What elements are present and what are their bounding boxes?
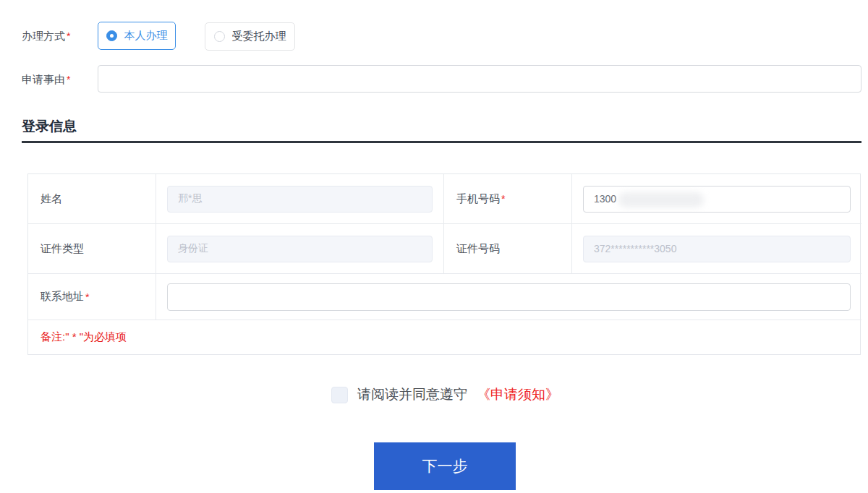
section-title: 登录信息: [22, 117, 77, 136]
id-number-input-cell: 372***********3050: [572, 224, 861, 274]
name-label-cell: 姓名: [28, 174, 156, 224]
phone-label: 手机号码: [456, 192, 500, 206]
radio-checked-icon: [106, 30, 117, 41]
id-number-label-cell: 证件号码: [444, 224, 572, 274]
login-info-table: 姓名 邢*思 手机号码* 1300 证件类型 身份证 证件号码: [27, 173, 861, 355]
method-required-mark: *: [67, 30, 70, 42]
agreement-text: 请阅读并同意遵守: [357, 385, 467, 404]
method-label-text: 办理方式: [22, 30, 65, 42]
phone-redaction-smudge: [618, 192, 704, 207]
method-option-delegate[interactable]: 受委托办理: [205, 22, 295, 51]
method-label: 办理方式*: [22, 30, 70, 43]
required-note: 备注:" * "为必填项: [28, 320, 861, 354]
reason-label: 申请事由*: [22, 73, 70, 87]
id-number-value: 372***********3050: [594, 243, 676, 254]
address-input[interactable]: [167, 283, 851, 311]
address-required-mark: *: [85, 291, 89, 303]
phone-input-cell: 1300: [572, 174, 861, 224]
radio-unchecked-icon: [214, 31, 225, 42]
next-step-button[interactable]: 下一步: [374, 442, 516, 490]
id-type-input: 身份证: [167, 236, 433, 262]
section-title-underline: [22, 141, 861, 143]
name-value: 邢*思: [178, 192, 202, 205]
method-option-delegate-label: 受委托办理: [232, 30, 286, 43]
id-type-label: 证件类型: [41, 242, 84, 256]
radio-dot: [110, 34, 114, 38]
phone-label-cell: 手机号码*: [444, 174, 572, 224]
application-form-page: 办理方式* 本人办理 受委托办理 申请事由* 登录信息 姓名 邢*思 手机号码*…: [0, 0, 868, 493]
name-input-cell: 邢*思: [156, 174, 444, 224]
reason-required-mark: *: [67, 74, 70, 85]
id-number-input: 372***********3050: [583, 236, 851, 262]
method-option-self-label: 本人办理: [124, 29, 168, 43]
address-input-cell: [156, 274, 861, 320]
address-label: 联系地址: [41, 290, 84, 304]
phone-input[interactable]: 1300: [583, 186, 851, 213]
reason-input[interactable]: [98, 65, 861, 93]
method-option-self[interactable]: 本人办理: [98, 22, 176, 50]
phone-required-mark: *: [501, 193, 505, 205]
id-type-input-cell: 身份证: [156, 224, 444, 274]
phone-value: 1300: [594, 193, 616, 205]
id-type-label-cell: 证件类型: [28, 224, 156, 274]
agreement-row: 请阅读并同意遵守 《申请须知》: [331, 385, 559, 404]
name-label: 姓名: [41, 192, 62, 206]
reason-label-text: 申请事由: [22, 73, 65, 85]
agreement-checkbox[interactable]: [331, 387, 348, 403]
name-input: 邢*思: [167, 186, 433, 213]
required-note-text: 备注:" * "为必填项: [41, 330, 127, 344]
id-type-value: 身份证: [178, 242, 208, 255]
agreement-notice-link[interactable]: 《申请须知》: [477, 385, 559, 404]
address-label-cell: 联系地址*: [28, 274, 156, 320]
id-number-label: 证件号码: [456, 242, 500, 256]
